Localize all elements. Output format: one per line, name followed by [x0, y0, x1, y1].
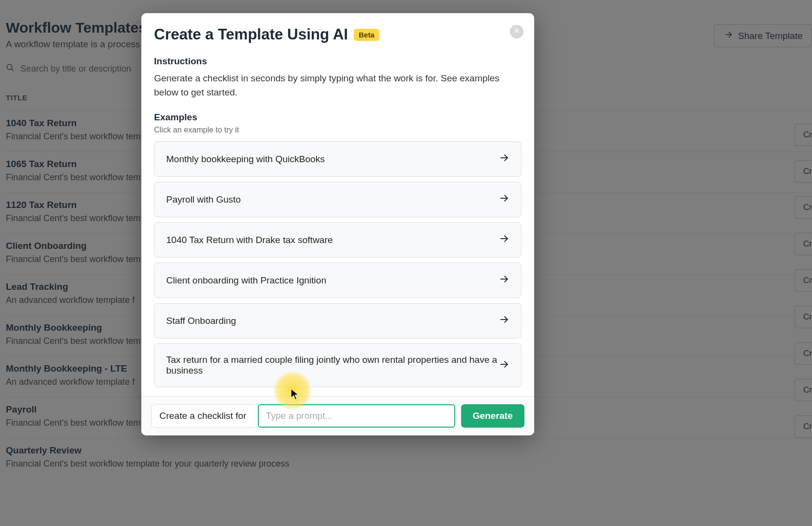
beta-badge: Beta	[354, 29, 380, 41]
example-item[interactable]: Payroll with Gusto	[154, 182, 522, 217]
instructions-heading: Instructions	[154, 56, 522, 67]
example-item[interactable]: Staff Onboarding	[154, 303, 522, 338]
arrow-right-icon	[499, 274, 509, 287]
arrow-right-icon	[499, 233, 509, 246]
example-item-label: Payroll with Gusto	[166, 194, 241, 205]
example-item[interactable]: Monthly bookkeeping with QuickBooks	[154, 141, 522, 177]
arrow-right-icon	[499, 359, 509, 372]
create-template-ai-modal: Create a Template Using AI Beta Instruct…	[141, 13, 534, 435]
modal-footer: Create a checklist for Generate	[141, 396, 534, 435]
example-item-label: Monthly bookkeeping with QuickBooks	[166, 154, 325, 165]
example-item[interactable]: Tax return for a married couple filing j…	[154, 343, 522, 387]
arrow-right-icon	[499, 193, 509, 206]
example-item-label: 1040 Tax Return with Drake tax software	[166, 235, 333, 245]
example-item-label: Tax return for a married couple filing j…	[166, 355, 499, 376]
example-item[interactable]: 1040 Tax Return with Drake tax software	[154, 222, 522, 258]
arrow-right-icon	[499, 152, 509, 166]
prompt-input[interactable]	[258, 404, 455, 428]
examples-list: Monthly bookkeeping with QuickBooksPayro…	[154, 141, 522, 387]
examples-sub: Click an example to try it	[154, 126, 522, 134]
modal-title: Create a Template Using AI	[154, 26, 348, 43]
generate-button[interactable]: Generate	[461, 404, 524, 428]
arrow-right-icon	[499, 314, 509, 327]
close-button[interactable]	[510, 25, 523, 38]
example-item-label: Staff Onboarding	[166, 316, 236, 326]
example-item[interactable]: Client onboarding with Practice Ignition	[154, 263, 522, 298]
instructions-text: Generate a checklist in seconds by simpl…	[154, 72, 522, 99]
prompt-prefix: Create a checklist for	[151, 404, 254, 428]
example-item-label: Client onboarding with Practice Ignition	[166, 275, 326, 286]
examples-heading: Examples	[154, 112, 522, 123]
close-icon	[513, 27, 520, 36]
